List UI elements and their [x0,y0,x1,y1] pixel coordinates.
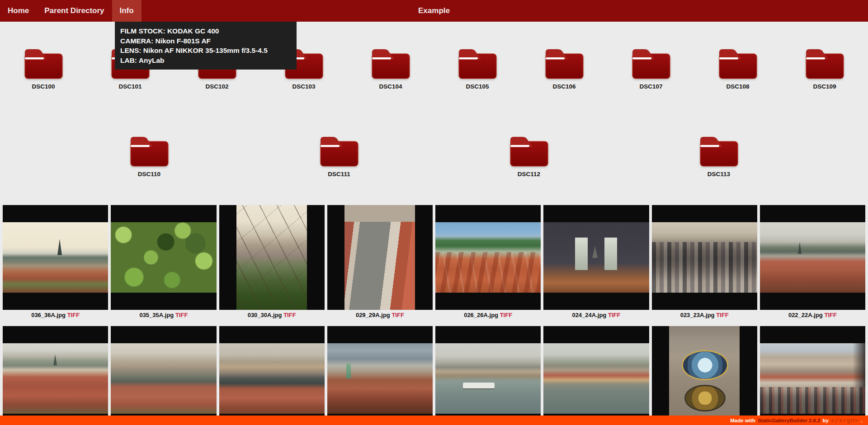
folder-icon [456,45,499,80]
folder-icon [369,45,412,80]
folder-icon [542,45,586,80]
tiff-link[interactable]: TIFF [716,312,728,318]
photo-thumbnail[interactable] [219,205,325,310]
photo-filename: 035_35A.jpg [139,312,174,318]
gallery-item: 023_23A.jpg TIFF [652,205,757,319]
folder-label: DSC108 [726,83,749,90]
folder-item-dsc100[interactable]: DSC100 [22,45,65,90]
gallery-item [3,326,108,425]
folder-item-dsc106[interactable]: DSC106 [542,45,586,90]
folder-item-dsc112[interactable]: DSC112 [507,133,551,177]
photo-thumbnail[interactable] [543,205,649,310]
folder-icon [317,133,361,168]
photo-street [760,343,865,414]
photo-grid: 036_36A.jpg TIFF035_35A.jpg TIFF030_30A.… [3,205,865,425]
tiff-link[interactable]: TIFF [67,312,80,318]
gallery-item: 030_30A.jpg TIFF [219,205,325,319]
folder-label: DSC109 [813,83,836,90]
photo-thumbnail[interactable] [111,326,216,425]
gallery-item [435,326,541,425]
folder-item-dsc107[interactable]: DSC107 [629,45,673,90]
photo-filename: 024_24A.jpg [572,312,606,318]
folder-icon [697,133,741,168]
photo-thumbnail[interactable] [327,326,433,425]
photo-thumbnail[interactable] [652,205,757,310]
folder-item-dsc111[interactable]: DSC111 [317,133,361,177]
tooltip-line: LAB: AnyLab [120,56,291,65]
folder-item-dsc110[interactable]: DSC110 [127,133,171,177]
photo-crowdbridge [652,222,757,293]
photo-filename: 030_30A.jpg [248,312,282,318]
made-with-text: Made with [730,418,755,423]
tooltip-line: CAMERA: Nikon F-801S AF [120,36,291,46]
tiff-link[interactable]: TIFF [500,312,512,318]
folder-item-dsc104[interactable]: DSC104 [369,45,412,90]
photo-filename: 026_26A.jpg [464,312,498,318]
gallery-page: HomeParent DirectoryInfo Example FILM ST… [0,0,868,425]
photo-thumbnail[interactable] [543,326,649,425]
photo-pan5 [219,343,325,414]
photo-caption: 030_30A.jpg TIFF [219,312,325,319]
gallery-item [111,326,216,425]
tiff-link[interactable]: TIFF [392,312,404,318]
gallery-item [219,326,325,425]
photo-thumbnail[interactable] [760,205,865,310]
photo-filename: 023_23A.jpg [680,312,715,318]
tiff-link[interactable]: TIFF [283,312,296,318]
photo-caption: 026_26A.jpg TIFF [435,312,541,319]
nav-item-home[interactable]: Home [0,0,37,22]
photo-thumbnail[interactable] [327,205,433,310]
folder-row-2: DSC110DSC111DSC112DSC113 [54,133,814,177]
folder-label: DSC101 [118,83,142,90]
gallery-item: 022_22A.jpg TIFF [760,205,865,319]
photo-thumbnail[interactable] [219,326,325,425]
folder-icon [629,45,673,80]
folder-label: DSC103 [292,83,315,90]
tiff-link[interactable]: TIFF [824,312,836,318]
photo-caption: 036_36A.jpg TIFF [3,312,108,319]
photo-thumbnail[interactable] [3,326,108,425]
photo-pan2 [760,222,865,293]
tiff-link[interactable]: TIFF [608,312,620,318]
photo-filename: 022_22A.jpg [788,312,823,318]
folder-label: DSC106 [552,83,576,90]
folder-item-dsc109[interactable]: DSC109 [803,45,846,90]
info-tooltip: FILM STOCK: KODAK GC 400CAMERA: Nikon F-… [115,22,297,70]
folder-icon [22,45,65,80]
folder-icon [127,133,171,168]
builder-link[interactable]: StaticGalleryBuilder 2.6.2 [758,418,821,423]
photo-thumbnail[interactable] [111,205,216,310]
photo-clock [669,326,740,425]
photo-thumbnail[interactable] [435,326,541,425]
photo-thumbnail[interactable] [435,205,541,310]
photo-filename: 036_36A.jpg [31,312,66,318]
photo-square [344,205,415,310]
folder-item-dsc108[interactable]: DSC108 [716,45,760,90]
photo-caption: 029_29A.jpg TIFF [327,312,433,319]
folder-item-dsc113[interactable]: DSC113 [697,133,741,177]
nav-item-parent-directory[interactable]: Parent Directory [37,0,112,22]
folder-label: DSC110 [138,171,160,177]
folder-label: DSC102 [205,83,228,90]
folder-label: DSC105 [466,83,489,90]
gallery-item [543,326,649,425]
photo-thumbnail[interactable] [3,205,108,310]
tiff-link[interactable]: TIFF [175,312,188,318]
photo-pan6 [327,343,433,414]
folder-label: DSC113 [708,171,730,177]
photo-caption: 035_35A.jpg TIFF [111,312,216,319]
gallery-item: 035_35A.jpg TIFF [111,205,216,319]
nav-item-info[interactable]: Info [112,0,142,22]
photo-valley [236,205,307,310]
folder-item-dsc105[interactable]: DSC105 [456,45,499,90]
photo-thumbnail[interactable] [652,326,757,425]
photo-roofhill [435,222,541,293]
folder-label: DSC107 [639,83,662,90]
photo-caption: 022_22A.jpg TIFF [760,312,865,319]
srgn-logo[interactable]: </srgn> [831,417,859,424]
photo-bank [543,343,649,414]
photo-caption: 024_24A.jpg TIFF [543,312,649,319]
folder-label: DSC100 [32,83,55,90]
photo-thumbnail[interactable] [760,326,865,425]
folder-icon [716,45,760,80]
